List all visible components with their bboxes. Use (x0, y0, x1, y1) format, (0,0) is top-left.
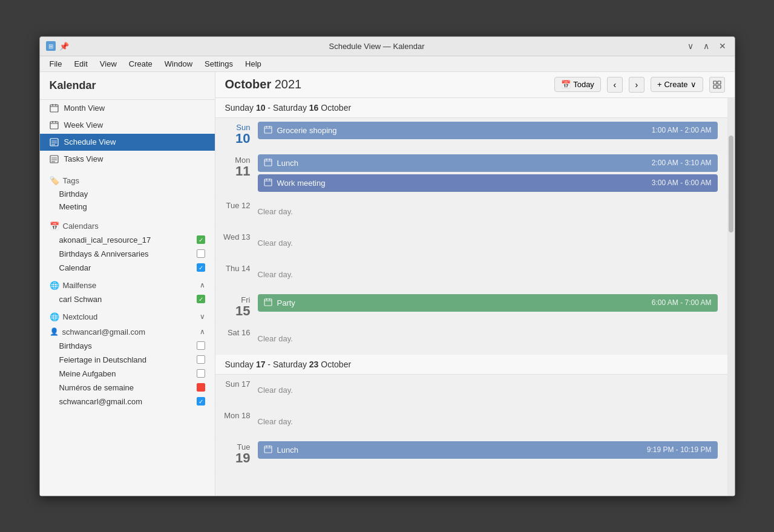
day-row-mon11: Mon 11 (215, 151, 727, 196)
clear-day-sat16: Clear day. (258, 327, 718, 350)
menu-window[interactable]: Window (160, 57, 197, 70)
calendar-calendar-checkbox[interactable]: ✓ (197, 263, 205, 272)
mailfense-section[interactable]: 🌐 Mailfense ∧ (40, 277, 215, 292)
mailfense-collapse[interactable]: ∧ (200, 281, 205, 289)
prev-button[interactable]: ‹ (607, 77, 623, 93)
nav-schedule-view[interactable]: Schedule View (40, 134, 215, 151)
sidebar-app-name: Kalendar (40, 72, 215, 100)
day-name-wed13: Wed (223, 232, 241, 241)
event-party-icon (264, 298, 272, 308)
day-row-sun17: Sun 17 Clear day. (215, 375, 727, 406)
gmail-feiertage[interactable]: Feiertage in Deutschland (40, 353, 215, 367)
titlebar-buttons: ∨ ∧ ✕ (685, 41, 729, 51)
day-row-sun10: Sun 10 (215, 118, 727, 151)
sidebar: Kalendar Month View (40, 72, 215, 496)
view-toggle-button[interactable] (709, 77, 725, 93)
tags-section-header: 🏷️ Tags (40, 171, 215, 188)
minimize-button[interactable]: ∨ (685, 41, 696, 51)
event-grocerie-shoping[interactable]: Grocerie shoping 1:00 AM - 2:00 AM (258, 122, 718, 139)
nav-month-view[interactable]: Month View (40, 100, 215, 117)
plus-icon: + (657, 80, 662, 89)
calendar-calendar[interactable]: Calendar ✓ (40, 261, 215, 275)
mailfense-carl[interactable]: carl Schwan ✓ (40, 292, 215, 306)
event-lunch-mon[interactable]: Lunch 2:00 AM - 3:10 AM (258, 154, 718, 172)
titlebar-app-icons: ⊞ 📌 (46, 41, 69, 51)
gmail-collapse[interactable]: ∧ (200, 327, 205, 336)
gmail-birthdays-label: Birthdays (59, 341, 92, 350)
calendars-icon: 📅 (50, 222, 59, 231)
day-name-sun17: Sun (225, 379, 241, 389)
menu-edit[interactable]: Edit (69, 57, 92, 70)
gmail-schwancarl-checkbox[interactable]: ✓ (197, 397, 205, 406)
calendar-birthdays-checkbox[interactable] (197, 249, 205, 258)
calendar-header: October 2021 📅 Today ‹ › + Create ∨ (215, 72, 735, 98)
day-events-tue12: Clear day. (258, 196, 727, 227)
event-lunch-mon-name: Lunch (277, 159, 647, 168)
gmail-numeros-checkbox[interactable] (197, 383, 205, 392)
svg-rect-36 (264, 446, 272, 453)
tag-meeting[interactable]: Meeting (40, 200, 215, 213)
mailfense-carl-checkbox[interactable]: ✓ (197, 295, 205, 303)
gmail-meine-checkbox[interactable] (197, 369, 205, 378)
menu-settings[interactable]: Settings (200, 57, 238, 70)
gmail-birthdays[interactable]: Birthdays (40, 339, 215, 353)
day-events-thu14: Clear day. (258, 259, 727, 290)
scrollbar[interactable] (727, 98, 735, 496)
svg-rect-0 (50, 105, 58, 112)
nav-tasks-view[interactable]: Tasks View (40, 151, 215, 168)
gmail-schwancarl[interactable]: schwancarl@gmail.com ✓ (40, 395, 215, 409)
menu-create[interactable]: Create (124, 57, 157, 70)
gmail-feiertage-checkbox[interactable] (197, 355, 205, 364)
calendar-akonadi-checkbox[interactable]: ✓ (197, 235, 205, 244)
create-label: Create (664, 80, 687, 89)
week1-header: Sunday 10 - Saturday 16 October (215, 98, 727, 118)
day-events-mon11: Lunch 2:00 AM - 3:10 AM (258, 151, 727, 195)
day-num-sun17: 17 (241, 379, 250, 389)
svg-rect-17 (718, 81, 721, 84)
schedule-scroll-area[interactable]: Sunday 10 - Saturday 16 October Sun 10 (215, 98, 727, 496)
maximize-button[interactable]: ∧ (701, 41, 712, 51)
nextcloud-collapse[interactable]: ∨ (200, 312, 205, 321)
scrollbar-thumb[interactable] (729, 136, 733, 232)
menu-help[interactable]: Help (240, 57, 266, 70)
today-button[interactable]: 📅 Today (554, 77, 601, 92)
svg-rect-19 (718, 85, 721, 88)
clear-day-thu14: Clear day. (258, 263, 718, 286)
nav-month-view-label: Month View (64, 103, 105, 113)
day-num-tue19: 19 (215, 452, 251, 465)
clear-day-tue12: Clear day. (258, 200, 718, 223)
event-work-meeting-name: Work meeting (277, 179, 647, 188)
gmail-label: schwancarl@gmail.com (62, 327, 145, 337)
nav-week-view[interactable]: Week View (40, 117, 215, 134)
tags-icon: 🏷️ (50, 176, 59, 185)
create-button[interactable]: + Create ∨ (651, 77, 703, 92)
menu-view[interactable]: View (95, 57, 122, 70)
gmail-feiertage-label: Feiertage in Deutschland (59, 355, 147, 364)
nextcloud-section[interactable]: 🌐 Nextcloud ∨ (40, 309, 215, 324)
event-work-meeting[interactable]: Work meeting 3:00 AM - 6:00 AM (258, 174, 718, 192)
day-label-sun10: Sun 10 (215, 118, 258, 150)
clear-day-wed13: Clear day. (258, 231, 718, 255)
tasks-view-icon (50, 154, 59, 164)
close-button[interactable]: ✕ (717, 41, 729, 51)
event-lunch-tue[interactable]: Lunch 9:19 PM - 10:19 PM (258, 441, 718, 459)
app-icon: ⊞ (46, 41, 56, 51)
gmail-birthdays-checkbox[interactable] (197, 341, 205, 350)
svg-rect-32 (264, 299, 272, 306)
svg-rect-24 (264, 159, 272, 166)
gmail-section[interactable]: 👤 schwancarl@gmail.com ∧ (40, 324, 215, 339)
gmail-numeros[interactable]: Numéros de semaine (40, 381, 215, 395)
tag-birthday[interactable]: Birthday (40, 188, 215, 200)
gmail-meine-aufgaben[interactable]: Meine Aufgaben (40, 367, 215, 381)
event-lunch-icon (264, 158, 272, 168)
next-button[interactable]: › (629, 77, 644, 93)
mailfense-label: Mailfense (63, 281, 97, 290)
event-work-meeting-time: 3:00 AM - 6:00 AM (652, 179, 712, 187)
event-party[interactable]: Party 6:00 AM - 7:00 AM (258, 294, 718, 312)
nav-week-view-label: Week View (64, 120, 103, 130)
calendar-birthdays-anniversaries[interactable]: Birthdays & Anniversaries (40, 247, 215, 261)
week2-start-bold: 17 (256, 360, 266, 369)
menu-file[interactable]: File (45, 57, 67, 70)
calendar-akonadi[interactable]: akonadi_ical_resource_17 ✓ (40, 233, 215, 247)
calendar-birthdays-anniversaries-label: Birthdays & Anniversaries (59, 249, 149, 258)
